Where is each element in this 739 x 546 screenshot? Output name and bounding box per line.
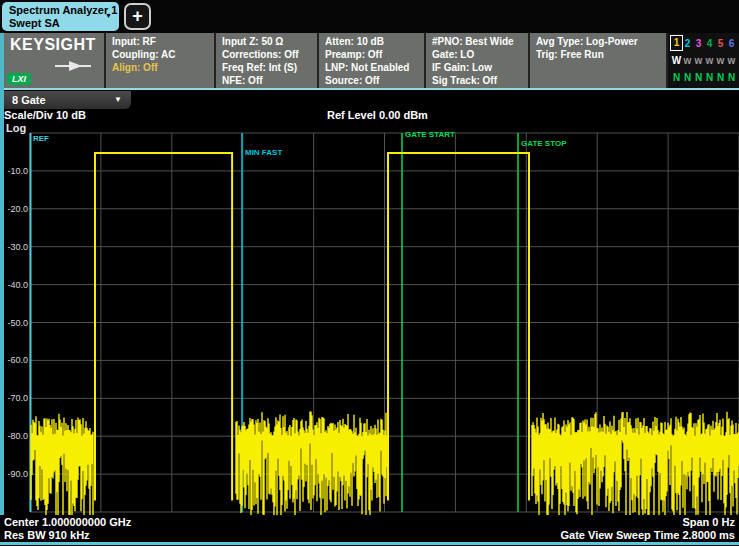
svg-text:-60.0: -60.0 [7,355,28,365]
svg-text:-10.0: -10.0 [7,166,28,176]
center-freq-readout[interactable]: Center 1.000000000 GHz [4,516,131,528]
svg-text:-90.0: -90.0 [7,469,28,479]
window-bottom-border [0,542,739,545]
ref-marker-label: REF [33,134,49,143]
res-bw-readout[interactable]: Res BW 910 kHz [4,529,90,541]
span-readout[interactable]: Span 0 Hz [682,516,735,528]
spectrum-plot: -10.0-20.0-30.0-40.0-50.0-60.0-70.0-80.0… [0,0,739,546]
svg-text:GATE STOP: GATE STOP [521,139,567,148]
svg-text:-80.0: -80.0 [7,431,28,441]
svg-text:-70.0: -70.0 [7,393,28,403]
svg-text:-20.0: -20.0 [7,204,28,214]
sweep-time-readout[interactable]: Gate View Sweep Time 2.8000 ms [561,529,735,541]
svg-text:-30.0: -30.0 [7,242,28,252]
svg-text:MIN FAST: MIN FAST [245,148,282,157]
y-axis-ticks: -10.0-20.0-30.0-40.0-50.0-60.0-70.0-80.0… [7,166,28,479]
svg-text:GATE START: GATE START [405,130,455,139]
spectrum-analyzer-window: Spectrum Analyzer 1 Swept SA ▼ + KEYSIGH… [0,0,739,546]
svg-text:-50.0: -50.0 [7,318,28,328]
annotation-bar: Center 1.000000000 GHz Span 0 Hz Res BW … [0,515,739,542]
svg-text:-40.0: -40.0 [7,280,28,290]
